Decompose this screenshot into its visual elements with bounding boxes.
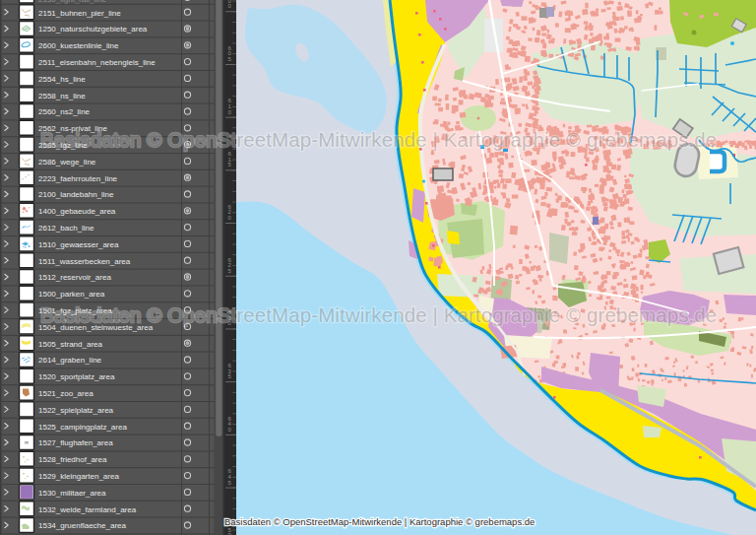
svg-text:2511_eisenbahn_nebengleis_line: 2511_eisenbahn_nebengleis_line bbox=[38, 58, 156, 67]
svg-text:1400_gebaeude_area: 1400_gebaeude_area bbox=[38, 207, 116, 216]
svg-text:1534_gruenflaeche_area: 1534_gruenflaeche_area bbox=[38, 521, 127, 530]
svg-text:1525_campingplatz_area: 1525_campingplatz_area bbox=[38, 423, 127, 432]
svg-text:1250_naturschutzgebiete_area: 1250_naturschutzgebiete_area bbox=[38, 25, 148, 33]
svg-text:2586_wege_line: 2586_wege_line bbox=[38, 158, 96, 167]
svg-text:Basisdaten © OpenStreetMap-Mit: Basisdaten © OpenStreetMap-Mitwirkende |… bbox=[224, 516, 535, 527]
svg-text:1505_strand_area: 1505_strand_area bbox=[38, 340, 102, 349]
svg-text:1530_militaer_area: 1530_militaer_area bbox=[38, 489, 106, 498]
svg-text:1500_parken_area: 1500_parken_area bbox=[38, 290, 105, 299]
svg-text:1527_flughafen_area: 1527_flughafen_area bbox=[38, 438, 113, 447]
svg-text:1511_wasserbecken_area: 1511_wasserbecken_area bbox=[38, 257, 131, 266]
svg-text:2223_faehrrouten_line: 2223_faehrrouten_line bbox=[38, 174, 118, 183]
svg-text:1528_friedhof_area: 1528_friedhof_area bbox=[38, 455, 107, 464]
svg-text:2558_ns_line: 2558_ns_line bbox=[38, 92, 86, 100]
svg-text:1510_gewaesser_area: 1510_gewaesser_area bbox=[38, 240, 119, 249]
svg-text:2560_ns2_line: 2560_ns2_line bbox=[38, 107, 91, 116]
svg-text:2150_light_rail_line: 2150_light_rail_line bbox=[38, 0, 106, 4]
svg-text:2100_landebahn_line: 2100_landebahn_line bbox=[38, 190, 114, 199]
svg-text:1520_sportplatz_area: 1520_sportplatz_area bbox=[38, 372, 115, 381]
svg-text:2151_buhnen_pier_line: 2151_buhnen_pier_line bbox=[38, 9, 121, 18]
svg-text:1521_zoo_area: 1521_zoo_area bbox=[38, 389, 94, 398]
svg-text:2612_bach_line: 2612_bach_line bbox=[38, 224, 94, 233]
svg-text:1529_kleingarten_area: 1529_kleingarten_area bbox=[38, 472, 119, 481]
svg-text:1522_spielplatz_area: 1522_spielplatz_area bbox=[38, 406, 114, 415]
svg-text:2554_hs_line: 2554_hs_line bbox=[38, 75, 86, 84]
svg-text:1532_weide_farmland_area: 1532_weide_farmland_area bbox=[38, 505, 137, 514]
svg-text:1512_reservoir_area: 1512_reservoir_area bbox=[38, 273, 111, 282]
svg-text:Basisdaten © OpenStreetMap-Mit: Basisdaten © OpenStreetMap-Mitwirkende |… bbox=[40, 128, 717, 151]
svg-text:Basisdaten © OpenStreetMap-Mit: Basisdaten © OpenStreetMap-Mitwirkende |… bbox=[40, 303, 717, 326]
svg-text:2600_kuestenlinie_line: 2600_kuestenlinie_line bbox=[38, 41, 119, 50]
svg-text:2614_graben_line: 2614_graben_line bbox=[38, 356, 102, 365]
